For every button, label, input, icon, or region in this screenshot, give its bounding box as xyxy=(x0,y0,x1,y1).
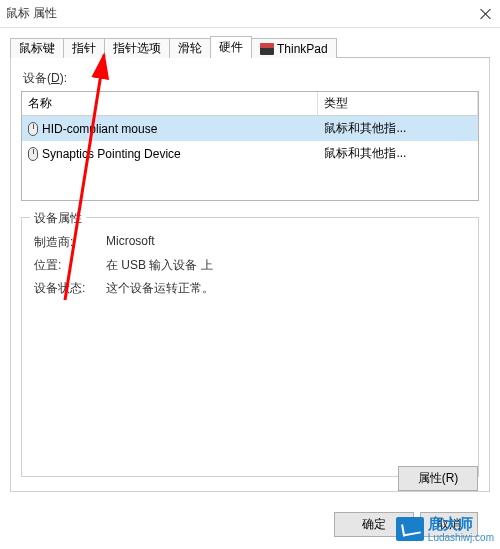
status-value: 这个设备运转正常。 xyxy=(106,280,466,297)
table-header: 名称 类型 xyxy=(22,92,478,116)
mouse-icon xyxy=(28,122,38,136)
mouse-icon xyxy=(28,147,38,161)
tab-pointer[interactable]: 指针 xyxy=(63,38,105,58)
location-row: 位置: 在 USB 输入设备 上 xyxy=(34,257,466,274)
title-bar: 鼠标 属性 xyxy=(0,0,500,28)
watermark: 鹿大师 Ludashiwj.com xyxy=(396,515,494,543)
device-name: Synaptics Pointing Device xyxy=(42,147,181,161)
column-name[interactable]: 名称 xyxy=(22,92,318,115)
tab-wheel[interactable]: 滑轮 xyxy=(169,38,211,58)
device-properties-group: 设备属性 制造商: Microsoft 位置: 在 USB 输入设备 上 设备状… xyxy=(21,217,479,477)
table-body: HID-compliant mouse 鼠标和其他指... Synaptics … xyxy=(22,116,478,200)
status-row: 设备状态: 这个设备运转正常。 xyxy=(34,280,466,297)
tab-thinkpad[interactable]: ThinkPad xyxy=(251,38,337,58)
manufacturer-label: 制造商: xyxy=(34,234,106,251)
tab-hardware[interactable]: 硬件 xyxy=(210,36,252,58)
close-icon[interactable] xyxy=(478,6,494,22)
device-properties-title: 设备属性 xyxy=(30,210,86,227)
hardware-panel: 设备(D): 名称 类型 HID-compliant mouse 鼠标和其他指.… xyxy=(10,58,490,492)
manufacturer-value: Microsoft xyxy=(106,234,466,251)
tab-pointer-options[interactable]: 指针选项 xyxy=(104,38,170,58)
tab-label: 硬件 xyxy=(219,39,243,56)
device-table[interactable]: 名称 类型 HID-compliant mouse 鼠标和其他指... Syna… xyxy=(21,91,479,201)
device-type: 鼠标和其他指... xyxy=(324,145,406,162)
device-type: 鼠标和其他指... xyxy=(324,120,406,137)
location-label: 位置: xyxy=(34,257,106,274)
thinkpad-icon xyxy=(260,43,274,55)
devices-label: 设备(D): xyxy=(23,70,67,87)
status-label: 设备状态: xyxy=(34,280,106,297)
tab-label: 指针 xyxy=(72,40,96,57)
properties-button[interactable]: 属性(R) xyxy=(398,466,478,491)
device-name: HID-compliant mouse xyxy=(42,122,157,136)
watermark-icon xyxy=(396,517,424,541)
tab-strip: 鼠标键 指针 指针选项 滑轮 硬件 ThinkPad xyxy=(10,36,490,58)
tab-label: ThinkPad xyxy=(277,42,328,56)
tab-label: 滑轮 xyxy=(178,40,202,57)
tab-label: 鼠标键 xyxy=(19,40,55,57)
watermark-url: Ludashiwj.com xyxy=(428,532,494,543)
properties-button-row: 属性(R) xyxy=(398,466,478,491)
watermark-name: 鹿大师 xyxy=(428,515,473,532)
location-value: 在 USB 输入设备 上 xyxy=(106,257,466,274)
column-type[interactable]: 类型 xyxy=(318,92,478,115)
tab-label: 指针选项 xyxy=(113,40,161,57)
manufacturer-row: 制造商: Microsoft xyxy=(34,234,466,251)
table-row[interactable]: Synaptics Pointing Device 鼠标和其他指... xyxy=(22,141,478,166)
table-row[interactable]: HID-compliant mouse 鼠标和其他指... xyxy=(22,116,478,141)
tab-buttons[interactable]: 鼠标键 xyxy=(10,38,64,58)
window-title: 鼠标 属性 xyxy=(6,5,57,22)
